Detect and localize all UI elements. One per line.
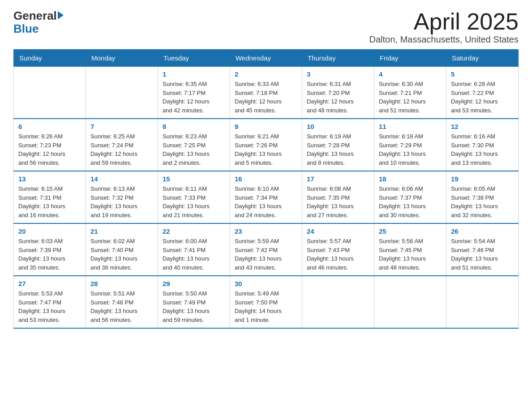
calendar-cell: 4Sunrise: 6:30 AM Sunset: 7:21 PM Daylig… (374, 67, 446, 119)
day-number: 21 (90, 227, 153, 235)
calendar-cell: 15Sunrise: 6:11 AM Sunset: 7:33 PM Dayli… (158, 171, 230, 223)
column-header-saturday: Saturday (446, 50, 518, 67)
logo-arrow-icon (58, 11, 64, 19)
day-info: Sunrise: 6:02 AM Sunset: 7:40 PM Dayligh… (90, 237, 153, 272)
calendar-cell: 13Sunrise: 6:15 AM Sunset: 7:31 PM Dayli… (14, 171, 86, 223)
day-number: 24 (307, 227, 369, 235)
day-number: 23 (235, 227, 297, 235)
day-info: Sunrise: 6:03 AM Sunset: 7:39 PM Dayligh… (18, 237, 81, 272)
calendar-cell: 27Sunrise: 5:53 AM Sunset: 7:47 PM Dayli… (14, 276, 86, 328)
day-info: Sunrise: 6:35 AM Sunset: 7:17 PM Dayligh… (163, 80, 225, 115)
day-info: Sunrise: 5:59 AM Sunset: 7:42 PM Dayligh… (235, 237, 297, 272)
calendar-week-row: 20Sunrise: 6:03 AM Sunset: 7:39 PM Dayli… (14, 223, 519, 276)
day-number: 1 (163, 70, 225, 78)
calendar-cell: 3Sunrise: 6:31 AM Sunset: 7:20 PM Daylig… (302, 67, 374, 119)
calendar-cell: 28Sunrise: 5:51 AM Sunset: 7:48 PM Dayli… (86, 276, 158, 328)
day-info: Sunrise: 6:15 AM Sunset: 7:31 PM Dayligh… (18, 184, 81, 219)
calendar-cell (302, 276, 374, 328)
day-info: Sunrise: 6:10 AM Sunset: 7:34 PM Dayligh… (235, 184, 297, 219)
day-info: Sunrise: 6:33 AM Sunset: 7:18 PM Dayligh… (235, 80, 297, 115)
column-header-sunday: Sunday (14, 50, 86, 67)
title-block: April 2025 Dalton, Massachusetts, United… (369, 9, 519, 45)
day-info: Sunrise: 6:11 AM Sunset: 7:33 PM Dayligh… (163, 184, 225, 219)
calendar-cell: 10Sunrise: 6:19 AM Sunset: 7:28 PM Dayli… (302, 119, 374, 171)
calendar-header-row: SundayMondayTuesdayWednesdayThursdayFrid… (14, 50, 519, 67)
calendar-week-row: 27Sunrise: 5:53 AM Sunset: 7:47 PM Dayli… (14, 276, 519, 328)
day-info: Sunrise: 6:19 AM Sunset: 7:28 PM Dayligh… (307, 132, 369, 167)
calendar-cell: 6Sunrise: 6:26 AM Sunset: 7:23 PM Daylig… (14, 119, 86, 171)
day-number: 2 (235, 70, 297, 78)
calendar-cell: 17Sunrise: 6:08 AM Sunset: 7:35 PM Dayli… (302, 171, 374, 223)
day-number: 30 (235, 280, 297, 287)
day-info: Sunrise: 6:21 AM Sunset: 7:26 PM Dayligh… (235, 132, 297, 167)
calendar-cell (14, 67, 86, 119)
day-number: 14 (90, 175, 153, 183)
calendar-cell: 24Sunrise: 5:57 AM Sunset: 7:43 PM Dayli… (302, 223, 374, 276)
day-info: Sunrise: 5:51 AM Sunset: 7:48 PM Dayligh… (90, 289, 153, 324)
calendar-cell: 19Sunrise: 6:05 AM Sunset: 7:38 PM Dayli… (446, 171, 518, 223)
day-number: 20 (18, 227, 81, 235)
day-info: Sunrise: 6:13 AM Sunset: 7:32 PM Dayligh… (90, 184, 153, 219)
day-info: Sunrise: 5:57 AM Sunset: 7:43 PM Dayligh… (307, 237, 369, 272)
day-number: 10 (307, 123, 369, 130)
page-header: General Blue April 2025 Dalton, Massachu… (13, 9, 519, 45)
day-info: Sunrise: 6:25 AM Sunset: 7:24 PM Dayligh… (90, 132, 153, 167)
calendar-cell: 9Sunrise: 6:21 AM Sunset: 7:26 PM Daylig… (230, 119, 302, 171)
day-number: 13 (18, 175, 81, 183)
column-header-friday: Friday (374, 50, 446, 67)
day-info: Sunrise: 6:26 AM Sunset: 7:23 PM Dayligh… (18, 132, 81, 167)
day-number: 16 (235, 175, 297, 183)
calendar-cell: 2Sunrise: 6:33 AM Sunset: 7:18 PM Daylig… (230, 67, 302, 119)
day-number: 19 (451, 175, 514, 183)
day-info: Sunrise: 5:49 AM Sunset: 7:50 PM Dayligh… (235, 289, 297, 324)
calendar-week-row: 6Sunrise: 6:26 AM Sunset: 7:23 PM Daylig… (14, 119, 519, 171)
day-number: 6 (18, 123, 81, 130)
day-number: 8 (163, 123, 225, 130)
day-number: 27 (18, 280, 81, 287)
column-header-tuesday: Tuesday (158, 50, 230, 67)
day-number: 5 (451, 70, 514, 78)
calendar-cell: 26Sunrise: 5:54 AM Sunset: 7:46 PM Dayli… (446, 223, 518, 276)
day-info: Sunrise: 5:53 AM Sunset: 7:47 PM Dayligh… (18, 289, 81, 324)
day-number: 9 (235, 123, 297, 130)
day-number: 15 (163, 175, 225, 183)
logo-blue: Blue (13, 23, 39, 34)
day-number: 3 (307, 70, 369, 78)
logo-general: General (13, 9, 57, 23)
calendar-week-row: 13Sunrise: 6:15 AM Sunset: 7:31 PM Dayli… (14, 171, 519, 223)
day-info: Sunrise: 6:23 AM Sunset: 7:25 PM Dayligh… (163, 132, 225, 167)
calendar-cell: 25Sunrise: 5:56 AM Sunset: 7:45 PM Dayli… (374, 223, 446, 276)
calendar-title: April 2025 (369, 9, 519, 34)
day-info: Sunrise: 5:54 AM Sunset: 7:46 PM Dayligh… (451, 237, 514, 272)
day-info: Sunrise: 6:05 AM Sunset: 7:38 PM Dayligh… (451, 184, 514, 219)
calendar-cell: 7Sunrise: 6:25 AM Sunset: 7:24 PM Daylig… (86, 119, 158, 171)
calendar-cell: 22Sunrise: 6:00 AM Sunset: 7:41 PM Dayli… (158, 223, 230, 276)
calendar-cell: 8Sunrise: 6:23 AM Sunset: 7:25 PM Daylig… (158, 119, 230, 171)
calendar-cell: 23Sunrise: 5:59 AM Sunset: 7:42 PM Dayli… (230, 223, 302, 276)
day-number: 17 (307, 175, 369, 183)
calendar-cell: 30Sunrise: 5:49 AM Sunset: 7:50 PM Dayli… (230, 276, 302, 328)
calendar-table: SundayMondayTuesdayWednesdayThursdayFrid… (13, 49, 519, 329)
day-info: Sunrise: 6:18 AM Sunset: 7:29 PM Dayligh… (379, 132, 442, 167)
calendar-cell: 1Sunrise: 6:35 AM Sunset: 7:17 PM Daylig… (158, 67, 230, 119)
day-info: Sunrise: 6:16 AM Sunset: 7:30 PM Dayligh… (451, 132, 514, 167)
calendar-cell: 5Sunrise: 6:28 AM Sunset: 7:22 PM Daylig… (446, 67, 518, 119)
logo: General Blue (13, 9, 64, 34)
calendar-cell (374, 276, 446, 328)
column-header-monday: Monday (86, 50, 158, 67)
day-info: Sunrise: 6:00 AM Sunset: 7:41 PM Dayligh… (163, 237, 225, 272)
calendar-cell: 29Sunrise: 5:50 AM Sunset: 7:49 PM Dayli… (158, 276, 230, 328)
calendar-cell (86, 67, 158, 119)
day-info: Sunrise: 5:56 AM Sunset: 7:45 PM Dayligh… (379, 237, 442, 272)
day-info: Sunrise: 6:30 AM Sunset: 7:21 PM Dayligh… (379, 80, 442, 115)
day-number: 12 (451, 123, 514, 130)
calendar-cell: 11Sunrise: 6:18 AM Sunset: 7:29 PM Dayli… (374, 119, 446, 171)
day-number: 25 (379, 227, 442, 235)
calendar-cell: 18Sunrise: 6:06 AM Sunset: 7:37 PM Dayli… (374, 171, 446, 223)
day-number: 7 (90, 123, 153, 130)
day-info: Sunrise: 6:31 AM Sunset: 7:20 PM Dayligh… (307, 80, 369, 115)
calendar-cell: 14Sunrise: 6:13 AM Sunset: 7:32 PM Dayli… (86, 171, 158, 223)
day-info: Sunrise: 5:50 AM Sunset: 7:49 PM Dayligh… (163, 289, 225, 324)
calendar-week-row: 1Sunrise: 6:35 AM Sunset: 7:17 PM Daylig… (14, 67, 519, 119)
column-header-thursday: Thursday (302, 50, 374, 67)
